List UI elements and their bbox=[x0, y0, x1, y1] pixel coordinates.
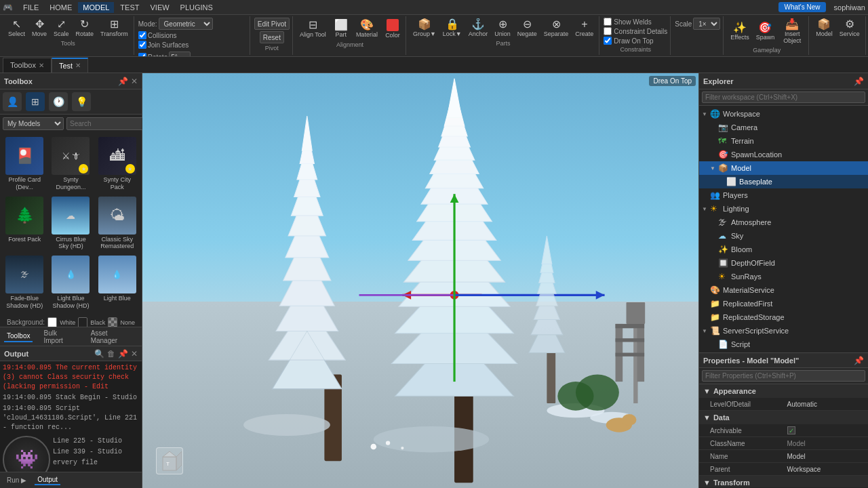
rotate-val[interactable] bbox=[169, 52, 191, 57]
snap-mode-dropdown[interactable]: Geometric bbox=[159, 18, 213, 30]
toolbox-nav-bulb[interactable]: 💡 bbox=[72, 92, 91, 111]
data-section[interactable]: ▼ Data bbox=[699, 411, 868, 424]
tree-bloom[interactable]: ✨ Bloom bbox=[699, 243, 868, 256]
tree-materialservice[interactable]: 🎨 MaterialService bbox=[699, 283, 868, 297]
transform-btn[interactable]: ⊞ Transform bbox=[98, 18, 131, 39]
show-welds-check[interactable] bbox=[604, 18, 612, 26]
toolbox-nav-person[interactable]: 👤 bbox=[3, 92, 22, 111]
asset-manager-tab[interactable]: Asset Manager bbox=[88, 328, 138, 346]
toolbox-item-synty-city[interactable]: 🏙 ★ Synty CityPack bbox=[96, 136, 139, 192]
toolbox-item-light-blue-2[interactable]: 💧 Light Blue bbox=[96, 254, 139, 311]
toolbox-item-classic-sky[interactable]: 🌤 Classic SkyRemastered bbox=[96, 195, 139, 252]
part-btn[interactable]: ⬜ Part bbox=[331, 18, 351, 39]
toolbox-footer-tab[interactable]: Toolbox bbox=[4, 331, 33, 342]
spawn-btn[interactable]: 🎯 Spawn bbox=[753, 21, 778, 42]
output-pin-icon[interactable]: 📌 bbox=[118, 349, 128, 359]
collisions-check[interactable] bbox=[138, 31, 146, 39]
output-search-icon[interactable]: 🔍 bbox=[94, 349, 104, 359]
negate-btn[interactable]: ⊖ Negate bbox=[515, 18, 540, 39]
toolbox-nav-clock[interactable]: 🕐 bbox=[49, 92, 68, 111]
toolbox-item-profile-card[interactable]: 🎴 Profile Card(Dev... bbox=[3, 136, 46, 192]
test-tab-close[interactable]: ✕ bbox=[75, 62, 81, 69]
join-surfaces-check[interactable] bbox=[138, 41, 146, 49]
align-tool-btn[interactable]: ⊟ Align Tool bbox=[297, 18, 329, 39]
bulk-import-tab[interactable]: Bulk Import bbox=[41, 328, 79, 346]
category-dropdown[interactable]: My Models bbox=[3, 117, 64, 130]
whats-new-btn[interactable]: What's New bbox=[778, 2, 825, 12]
properties-search-input[interactable] bbox=[702, 370, 865, 382]
run-output-btn[interactable]: Run ▶ bbox=[4, 476, 29, 485]
toolbox-item-cirrus-blue[interactable]: ☁ Cirrus BlueSky (HD) bbox=[49, 195, 92, 252]
menu-view[interactable]: VIEW bbox=[145, 2, 174, 13]
menu-home[interactable]: HOME bbox=[45, 2, 77, 13]
union-btn[interactable]: ⊕ Union bbox=[492, 18, 513, 39]
material-btn[interactable]: 🎨 Material bbox=[353, 18, 380, 39]
toolbox-item-forest-pack[interactable]: 🌲 Forest Pack bbox=[3, 195, 46, 252]
explorer-pin-icon[interactable]: 📌 bbox=[854, 77, 864, 86]
toolbox-item-fade-blue[interactable]: 🌫 Fade-BlueShadow (HD) bbox=[3, 254, 46, 311]
explorer-search-input[interactable] bbox=[702, 92, 865, 103]
effects-btn[interactable]: ✨ Effects bbox=[728, 21, 751, 42]
scale-btn[interactable]: ⤢ Scale bbox=[51, 18, 72, 39]
tree-sunrays[interactable]: ☀ SunRays bbox=[699, 270, 868, 283]
menu-test[interactable]: TEST bbox=[115, 2, 144, 13]
properties-pin-icon[interactable]: 📌 bbox=[854, 356, 864, 365]
create-btn[interactable]: + Create bbox=[572, 18, 596, 39]
draw-on-top-check[interactable] bbox=[604, 37, 612, 45]
model-btn[interactable]: 📦 Model bbox=[813, 18, 835, 39]
tree-players[interactable]: 👥 Players bbox=[699, 188, 868, 202]
service-btn[interactable]: ⚙ Service bbox=[837, 18, 863, 39]
tree-workspace[interactable]: ▼ 🌐 Workspace bbox=[699, 107, 868, 121]
effects-icon: ✨ bbox=[733, 22, 747, 33]
appearance-section[interactable]: ▼ Appearance bbox=[699, 384, 868, 398]
tree-depthoffield[interactable]: 🔲 DepthOfField bbox=[699, 256, 868, 270]
tree-replicated-storage[interactable]: 📁 ReplicatedStorage bbox=[699, 310, 868, 324]
select-btn[interactable]: ↖ Select bbox=[5, 18, 28, 39]
toolbox-close-icon[interactable]: ✕ bbox=[131, 77, 138, 86]
tree-spawnlocation[interactable]: 🎯 SpawnLocation bbox=[699, 148, 868, 161]
tree-lighting[interactable]: ▼ ☀ Lighting bbox=[699, 202, 868, 216]
move-btn[interactable]: ✥ Move bbox=[29, 18, 50, 39]
transform-section[interactable]: ▼ Transform bbox=[699, 476, 868, 487]
tree-terrain[interactable]: 🗺 Terrain bbox=[699, 134, 868, 148]
rotate-btn[interactable]: ↻ Rotate bbox=[73, 18, 97, 39]
color-btn[interactable]: Color bbox=[382, 18, 403, 40]
toolbox-item-synty-dungeon[interactable]: ⚔🗡 ★ SyntyDungeon... bbox=[49, 136, 92, 192]
test-tab[interactable]: Test ✕ bbox=[52, 58, 88, 73]
output-close-icon[interactable]: ✕ bbox=[131, 349, 138, 359]
insert-object-btn[interactable]: 📥 Insert Object bbox=[778, 18, 806, 45]
menu-file[interactable]: FILE bbox=[18, 2, 43, 13]
tree-script[interactable]: 📄 Script bbox=[699, 338, 868, 351]
mini-nav-cube[interactable]: T bbox=[156, 447, 183, 474]
toolbox-item-light-blue-1[interactable]: 💧 Light BlueShadow (HD) bbox=[49, 254, 92, 311]
menu-model[interactable]: MODEL bbox=[78, 2, 114, 13]
bg-none-swatch[interactable] bbox=[108, 317, 117, 327]
lock-btn[interactable]: 🔒 Lock▼ bbox=[440, 18, 465, 39]
toolbox-pin-icon[interactable]: 📌 bbox=[118, 77, 128, 86]
tree-replicated-first[interactable]: 📁 ReplicatedFirst bbox=[699, 297, 868, 310]
bg-white-swatch[interactable] bbox=[47, 317, 57, 327]
bg-black-swatch[interactable] bbox=[78, 317, 87, 327]
script-icon: 📄 bbox=[718, 340, 729, 349]
group-btn[interactable]: 📦 Group▼ bbox=[410, 18, 439, 39]
separate-btn[interactable]: ⊗ Separate bbox=[541, 18, 572, 39]
tree-serverscriptservice[interactable]: ▼ 📜 ServerScriptService bbox=[699, 324, 868, 338]
toolbox-tab[interactable]: Toolbox ✕ bbox=[3, 58, 52, 73]
viewport[interactable]: Drea On Top T bbox=[142, 73, 698, 488]
output-footer-tab[interactable]: Output bbox=[35, 475, 60, 485]
edit-pivot-btn[interactable]: Edit Pivot bbox=[254, 18, 290, 30]
scale-dropdown[interactable]: 1× bbox=[693, 18, 720, 30]
tree-model[interactable]: ▼ 📦 Model bbox=[699, 161, 868, 175]
archivable-check[interactable]: ✓ bbox=[787, 426, 795, 434]
toolbox-nav-grid[interactable]: ⊞ bbox=[26, 92, 45, 111]
anchor-btn[interactable]: ⚓ Anchor bbox=[466, 18, 491, 39]
constraint-details-check[interactable] bbox=[604, 27, 612, 35]
tree-baseplate[interactable]: ⬜ Baseplate bbox=[699, 175, 868, 188]
reset-btn[interactable]: Reset bbox=[260, 31, 284, 43]
tree-atmosphere[interactable]: 🌫 Atmosphere bbox=[699, 216, 868, 229]
toolbox-tab-close[interactable]: ✕ bbox=[39, 62, 44, 69]
tree-camera[interactable]: 📷 Camera bbox=[699, 121, 868, 134]
tree-sky[interactable]: ☁ Sky bbox=[699, 229, 868, 243]
output-trash-icon[interactable]: 🗑 bbox=[107, 349, 115, 359]
menu-plugins[interactable]: PLUGINS bbox=[176, 2, 218, 13]
